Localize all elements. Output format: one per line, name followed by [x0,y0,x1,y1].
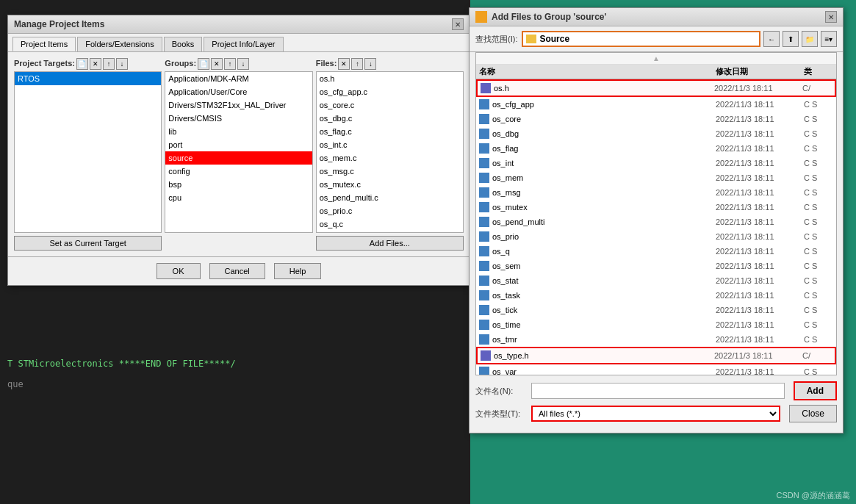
groups-del-btn[interactable]: ✕ [211,58,223,70]
manage-dialog-footer: OK Cancel Help [8,256,470,285]
file-row[interactable]: os_core2022/11/3 18:11C S [476,112,836,126]
ok-btn[interactable]: OK [157,263,201,279]
h-file-icon [481,83,491,93]
addfiles-dialog: Add Files to Group 'source' ✕ 查找范围(I): S… [469,7,844,433]
addfiles-title-container: Add Files to Group 'source' [475,11,606,23]
file-item[interactable]: os_flag.c [317,125,463,138]
groups-toolbar: Groups: 📄 ✕ ↑ ↓ [165,58,312,70]
groups-list[interactable]: Application/MDK-ARMApplication/User/Core… [165,71,312,233]
group-item[interactable]: cpu [165,191,312,204]
group-item[interactable]: lib [165,125,312,138]
file-row[interactable]: os_dbg2022/11/3 18:11C S [476,126,836,141]
file-item[interactable]: os_cfg_app.c [317,85,463,98]
file-row[interactable]: os_mem2022/11/3 18:11C S [476,170,836,185]
targets-new-btn[interactable]: 📄 [76,58,88,70]
file-row[interactable]: os_q2022/11/3 18:11C S [476,244,836,259]
file-item[interactable]: os_int.c [317,138,463,151]
groups-down-btn[interactable]: ↓ [237,58,249,70]
group-item[interactable]: config [165,165,312,178]
file-item[interactable]: os_sem.c [317,231,463,233]
files-del-btn[interactable]: ✕ [338,58,350,70]
groups-panel: Groups: 📄 ✕ ↑ ↓ Application/MDK-ARMAppli… [165,58,312,251]
close-button[interactable]: Close [789,405,837,422]
groups-up-btn[interactable]: ↑ [224,58,236,70]
files-up-btn[interactable]: ↑ [351,58,363,70]
nav-view-btn[interactable]: ≡▾ [821,31,837,47]
file-row[interactable]: os_stat2022/11/3 18:11C S [476,273,836,288]
file-row[interactable]: os_var2022/11/3 18:11C S [476,364,836,375]
file-row[interactable]: os_type.h2022/11/3 18:11C/ [476,347,836,364]
group-item[interactable]: port [165,138,312,151]
file-item[interactable]: os_mem.c [317,151,463,165]
file-item[interactable]: os_prio.c [317,204,463,217]
col-name-header: 名称 [479,66,716,77]
files-down-btn[interactable]: ↓ [364,58,376,70]
addfiles-bottom: 文件名(N): Add 文件类型(T): All files (*.*)C So… [470,375,843,433]
file-row[interactable]: os_pend_multi2022/11/3 18:11C S [476,215,836,229]
file-row[interactable]: os_msg2022/11/3 18:11C S [476,185,836,200]
file-row[interactable]: os_prio2022/11/3 18:11C S [476,229,836,244]
file-list-area[interactable]: ▲ 名称 修改日期 类 os.h2022/11/3 18:11C/os_cfg_… [475,52,837,375]
targets-list[interactable]: RTOS [14,71,162,233]
file-row[interactable]: os_tick2022/11/3 18:11C S [476,303,836,317]
tab-folders-extensions[interactable]: Folders/Extensions [77,37,162,51]
file-row[interactable]: os_tmr2022/11/3 18:11C S [476,332,836,347]
file-item[interactable]: os_pend_multi.c [317,191,463,204]
groups-new-btn[interactable]: 📄 [198,58,209,70]
file-date: 2022/11/3 18:11 [716,289,804,302]
tab-project-items[interactable]: Project Items [12,37,76,51]
add-button[interactable]: Add [794,381,837,400]
group-item[interactable]: Application/User/Core [165,85,312,98]
file-row[interactable]: os_time2022/11/3 18:11C S [476,317,836,332]
file-row[interactable]: os_sem2022/11/3 18:11C S [476,259,836,273]
tab-project-info[interactable]: Project Info/Layer [204,37,283,51]
file-name: os_prio [492,230,519,243]
filename-input[interactable] [531,383,785,399]
file-item[interactable]: os_dbg.c [317,112,463,125]
file-name: os_type.h [494,349,529,362]
file-row[interactable]: os_flag2022/11/3 18:11C S [476,141,836,156]
files-list[interactable]: os.hos_cfg_app.cos_core.cos_dbg.cos_flag… [316,71,464,233]
nav-back-btn[interactable]: ← [763,31,780,47]
c-file-icon [479,290,489,300]
path-row: Source ← ⬆ 📁 ≡▾ [522,31,837,47]
filename-row: 文件名(N): Add [475,381,837,400]
group-item[interactable]: Drivers/CMSIS [165,112,312,125]
file-item[interactable]: os_msg.c [317,165,463,178]
tab-books[interactable]: Books [164,37,203,51]
file-date: 2022/11/3 18:11 [716,318,804,331]
file-row[interactable]: os.h2022/11/3 18:11C/ [476,79,836,97]
targets-up-btn[interactable]: ↑ [103,58,115,70]
manage-dialog-close[interactable]: ✕ [452,18,464,30]
file-type: C S [804,215,833,228]
file-name: os_msg [492,186,521,199]
tabs-bar: Project Items Folders/Extensions Books P… [8,34,470,52]
file-item[interactable]: os_core.c [317,98,463,112]
file-row[interactable]: os_int2022/11/3 18:11C S [476,156,836,170]
file-type: C S [804,201,833,214]
add-files-btn[interactable]: Add Files... [316,236,464,251]
cancel-btn[interactable]: Cancel [209,263,265,279]
file-date: 2022/11/3 18:11 [716,186,804,199]
addfiles-close-btn[interactable]: ✕ [825,11,837,23]
target-item-rtos[interactable]: RTOS [15,72,161,85]
targets-down-btn[interactable]: ↓ [116,58,128,70]
file-item[interactable]: os.h [317,72,463,85]
group-item[interactable]: source [165,151,312,165]
file-type: C S [804,186,833,199]
file-row[interactable]: os_cfg_app2022/11/3 18:11C S [476,97,836,112]
file-row[interactable]: os_task2022/11/3 18:11C S [476,288,836,303]
file-list-header: 名称 修改日期 类 [476,65,836,79]
file-item[interactable]: os_q.c [317,217,463,231]
filetype-select[interactable]: All files (*.*)C Source files (*.c)Heade… [531,406,780,422]
file-row[interactable]: os_mutex2022/11/3 18:11C S [476,200,836,215]
help-btn[interactable]: Help [274,263,322,279]
group-item[interactable]: Drivers/STM32F1xx_HAL_Driver [165,98,312,112]
targets-del-btn[interactable]: ✕ [90,58,101,70]
nav-new-folder-btn[interactable]: 📁 [802,31,818,47]
set-target-btn[interactable]: Set as Current Target [14,236,162,251]
group-item[interactable]: Application/MDK-ARM [165,72,312,85]
nav-up-btn[interactable]: ⬆ [783,31,799,47]
file-item[interactable]: os_mutex.c [317,178,463,191]
group-item[interactable]: bsp [165,178,312,191]
